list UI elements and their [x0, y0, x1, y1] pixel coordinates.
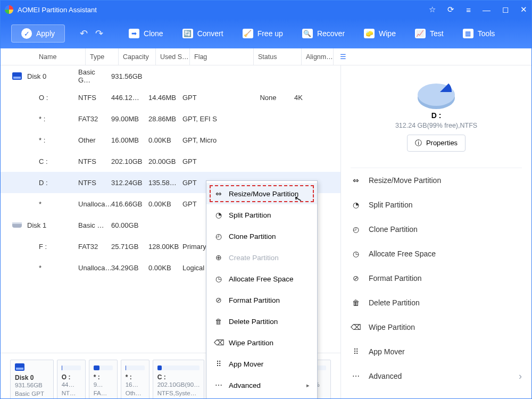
close-icon[interactable]: ✕: [520, 5, 527, 14]
op-advanced[interactable]: ⋯Advanced: [351, 364, 522, 388]
toolbar-test[interactable]: 📈Test: [415, 29, 444, 38]
disk-icon: [15, 363, 24, 371]
op-icon: ◷: [351, 250, 361, 258]
convert-icon: 🔄: [182, 29, 193, 38]
ctx-split-partition[interactable]: ◔Split Partition: [206, 204, 317, 226]
op-icon: ◔: [351, 201, 361, 209]
disk-row[interactable]: Disk 0Basic G…931.56GB: [1, 65, 340, 87]
partition-row[interactable]: * :FAT3299.00MB28.86MBGPT, EFI S: [1, 108, 340, 129]
ctx-create-partition: ⊕Create Partition: [206, 247, 317, 268]
op-resize-move-partition[interactable]: ⇔Resize/Move Partition: [351, 168, 522, 193]
op-split-partition[interactable]: ◔Split Partition: [351, 193, 522, 217]
ctx-properties[interactable]: ⓘProperties: [206, 396, 317, 399]
op-format-partition[interactable]: ⊘Format Partition: [351, 266, 522, 290]
hdd-icon: [12, 222, 22, 228]
partition-row[interactable]: * :Other16.00MB0.00KBGPT, Micro: [1, 129, 340, 151]
wipe-icon: 🧽: [364, 29, 375, 38]
col-name[interactable]: Name: [35, 48, 86, 65]
ctx-icon: ⌫: [214, 338, 223, 347]
partition-row[interactable]: O :NTFS446.12…14.46MBGPTNone4K: [1, 87, 340, 108]
tools-icon: ▦: [463, 29, 473, 38]
toolbar-convert[interactable]: 🔄Convert: [182, 29, 223, 38]
menu-icon[interactable]: ≡: [466, 5, 471, 14]
ctx-icon: ⋯: [214, 381, 223, 389]
clone-icon: ➡: [129, 29, 139, 38]
col-type[interactable]: Type: [86, 48, 119, 65]
col-used[interactable]: Used S…: [156, 48, 190, 65]
column-header: Name Type Capacity Used S… Flag Status A…: [1, 48, 531, 65]
ctx-format-partition[interactable]: ⊘Format Partition: [206, 289, 317, 311]
toolbar-recover[interactable]: 🔍Recover: [302, 29, 345, 38]
properties-button[interactable]: Properties: [407, 135, 466, 152]
op-icon: ⌫: [351, 323, 361, 331]
app-logo-icon: [5, 5, 13, 14]
side-panel: D : 312.24 GB(99% free),NTFS Properties …: [341, 65, 531, 399]
op-icon: ⇔: [351, 176, 361, 185]
toolbar-tools[interactable]: ▦Tools: [463, 29, 495, 38]
op-allocate-free-space[interactable]: ◷Allocate Free Space: [351, 242, 522, 266]
title-bar: AOMEI Partition Assistant ☆ ⟳ ≡ — ◻ ✕: [1, 1, 531, 19]
free up-icon: 🧹: [243, 29, 253, 38]
op-icon: ◴: [351, 225, 361, 234]
ctx-icon: ◔: [214, 211, 223, 219]
diskmap-part[interactable]: * :16…Oth…: [121, 360, 149, 399]
op-wipe-partition[interactable]: ⌫Wipe Partition: [351, 315, 522, 339]
op-icon: ⋯: [351, 372, 361, 380]
toolbar-clone[interactable]: ➡Clone: [129, 29, 163, 38]
ctx-advanced[interactable]: ⋯Advanced: [206, 375, 317, 396]
ctx-allocate-free-space[interactable]: ◷Allocate Free Space: [206, 268, 317, 289]
partition-row[interactable]: C :NTFS202.10GB20.00GBGPT: [1, 151, 340, 172]
diskmap-part[interactable]: O :44…NT…: [57, 360, 86, 399]
maximize-icon[interactable]: ◻: [502, 5, 509, 14]
ctx-icon: ◴: [214, 232, 223, 240]
ctx-app-mover[interactable]: ⠿App Mover: [206, 353, 317, 375]
ctx-wipe-partition[interactable]: ⌫Wipe Partition: [206, 332, 317, 353]
undo-icon[interactable]: ↶: [80, 28, 88, 39]
selected-partition-meta: 312.24 GB(99% free),NTFS: [351, 122, 522, 129]
ctx-clone-partition[interactable]: ◴Clone Partition: [206, 226, 317, 247]
op-delete-partition[interactable]: 🗑Delete Partition: [351, 290, 522, 315]
toolbar-wipe[interactable]: 🧽Wipe: [364, 29, 396, 38]
favorite-icon[interactable]: ☆: [429, 5, 436, 14]
ctx-icon: ⠿: [214, 360, 223, 368]
op-clone-partition[interactable]: ◴Clone Partition: [351, 217, 522, 242]
column-settings-icon[interactable]: ☰: [334, 48, 348, 65]
ctx-icon: ⊘: [214, 296, 223, 304]
ctx-icon: ⊕: [214, 253, 223, 262]
partition-context-menu: ⇔Resize/Move Partition◔Split Partition◴C…: [206, 180, 318, 399]
ctx-icon: ◷: [214, 275, 223, 283]
apply-button[interactable]: ✓ Apply: [11, 24, 65, 43]
recover-icon: 🔍: [302, 29, 313, 38]
toolbar-free-up[interactable]: 🧹Free up: [243, 29, 283, 38]
ctx-icon: ⇔: [214, 189, 223, 198]
col-flag[interactable]: Flag: [190, 48, 254, 65]
refresh-icon[interactable]: ⟳: [447, 5, 454, 14]
diskmap-part[interactable]: C :202.10GB(90…NTFS,Syste…: [153, 360, 205, 399]
diskmap-disk[interactable]: Disk 0931.56GBBasic GPT: [10, 360, 54, 399]
apply-label: Apply: [36, 29, 55, 38]
minimize-icon[interactable]: —: [483, 5, 491, 14]
app-title: AOMEI Partition Assistant: [18, 6, 429, 14]
redo-icon[interactable]: ↷: [95, 28, 103, 39]
main-toolbar: ✓ Apply ↶ ↷ ➡Clone🔄Convert🧹Free up🔍Recov…: [1, 19, 531, 48]
ctx-delete-partition[interactable]: 🗑Delete Partition: [206, 311, 317, 332]
col-status[interactable]: Status: [254, 48, 302, 65]
test-icon: 📈: [415, 29, 426, 38]
selected-partition-title: D :: [351, 111, 522, 120]
op-icon: 🗑: [351, 298, 361, 307]
usage-pie-icon: [418, 77, 455, 108]
ctx-icon: 🗑: [214, 318, 223, 326]
disk-icon: [12, 72, 22, 80]
op-app-mover[interactable]: ⠿App Mover: [351, 339, 522, 364]
check-icon: ✓: [21, 28, 32, 39]
col-align[interactable]: Alignm…: [302, 48, 334, 65]
diskmap-part[interactable]: * :9…FA…: [89, 360, 118, 399]
col-capacity[interactable]: Capacity: [119, 48, 156, 65]
op-icon: ⠿: [351, 347, 361, 356]
op-icon: ⊘: [351, 274, 361, 282]
